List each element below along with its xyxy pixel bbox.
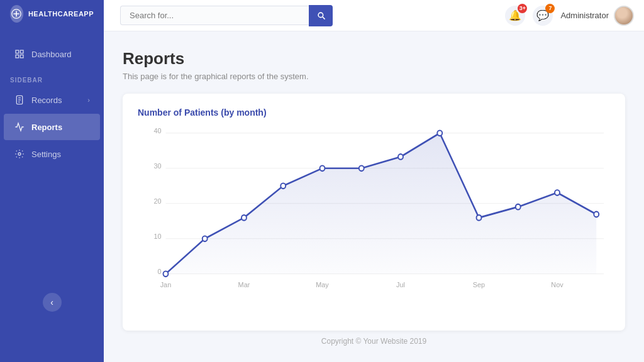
page-title: Reports (123, 49, 625, 69)
search-input[interactable] (120, 6, 309, 25)
sidebar-item-label: Reports (31, 123, 62, 132)
sidebar-item-dashboard[interactable]: Dashboard (4, 41, 100, 67)
svg-text:Jan: Jan (160, 281, 172, 289)
chart-card: Number of Patients (by month) 0 10 20 30… (123, 94, 625, 331)
svg-point-9 (18, 153, 21, 155)
svg-text:Sep: Sep (473, 281, 485, 289)
settings-icon (14, 148, 25, 160)
svg-rect-4 (20, 55, 23, 58)
sidebar: Dashboard SIDEBAR Records › Reports (0, 31, 104, 362)
sidebar-item-settings[interactable]: Settings (4, 141, 100, 167)
data-point (359, 165, 364, 171)
sidebar-item-label: Dashboard (31, 50, 72, 59)
svg-text:Mar: Mar (238, 281, 250, 289)
data-point (437, 130, 442, 136)
footer-text: Copyright © Your Website 2019 (321, 337, 426, 346)
reports-icon (14, 121, 25, 133)
sidebar-section-label: SIDEBAR (0, 68, 104, 86)
svg-rect-2 (20, 50, 23, 53)
sidebar-nav: Dashboard SIDEBAR Records › Reports (0, 40, 104, 168)
line-chart: 0 10 20 30 40 Jan Mar May Jul Sep Nov (138, 126, 610, 302)
sidebar-toggle-button[interactable]: ‹ (43, 293, 62, 312)
notification-bell[interactable]: 🔔 3+ (505, 6, 525, 26)
chat-badge: 7 (545, 4, 555, 13)
notification-chat[interactable]: 💬 7 (533, 6, 553, 26)
svg-rect-1 (16, 50, 19, 53)
topbar: HEALTHCAREAPP 🔔 3+ 💬 7 Administrator (0, 0, 644, 31)
sidebar-item-label: Settings (31, 150, 61, 159)
svg-text:Nov: Nov (551, 281, 564, 289)
dashboard-icon (14, 48, 25, 60)
sidebar-item-reports[interactable]: Reports (4, 114, 100, 140)
data-point (320, 165, 325, 171)
data-point (477, 215, 482, 221)
admin-label: Administrator (560, 11, 609, 20)
search-icon (316, 11, 326, 20)
data-point (203, 236, 208, 241)
page-subtitle: This page is for the graphical reports o… (123, 72, 625, 81)
data-point (594, 212, 599, 217)
data-point (516, 204, 521, 210)
records-icon (14, 94, 25, 106)
svg-rect-3 (16, 55, 19, 58)
svg-text:Jul: Jul (396, 281, 405, 289)
footer: Copyright © Your Website 2019 (123, 331, 625, 349)
chart-container: 0 10 20 30 40 Jan Mar May Jul Sep Nov (138, 126, 610, 302)
svg-text:40: 40 (153, 126, 161, 134)
admin-profile[interactable]: Administrator (560, 6, 634, 26)
svg-text:30: 30 (153, 162, 161, 170)
search-bar (120, 5, 505, 26)
data-point (280, 183, 286, 189)
avatar-image (615, 7, 633, 25)
svg-text:10: 10 (153, 232, 161, 240)
svg-text:0: 0 (157, 267, 161, 275)
svg-text:20: 20 (153, 197, 161, 205)
bell-badge: 3+ (518, 4, 527, 13)
app-logo: HEALTHCAREAPP (0, 0, 104, 31)
layout: Dashboard SIDEBAR Records › Reports (0, 31, 644, 362)
app-name: HEALTHCAREAPP (28, 10, 94, 18)
chart-title: Number of Patients (by month) (138, 107, 610, 118)
logo-icon (10, 5, 23, 23)
topbar-right: 🔔 3+ 💬 7 Administrator (505, 6, 634, 26)
chevron-right-icon: › (87, 96, 90, 104)
sidebar-item-records[interactable]: Records › (4, 87, 100, 113)
data-point (164, 271, 169, 277)
data-point (398, 154, 403, 160)
data-point (242, 215, 247, 221)
search-button[interactable] (309, 5, 333, 26)
data-point (555, 190, 560, 195)
avatar (614, 6, 634, 26)
main-content: Reports This page is for the graphical r… (104, 31, 644, 362)
sidebar-item-label: Records (31, 96, 62, 105)
svg-text:May: May (316, 281, 329, 289)
